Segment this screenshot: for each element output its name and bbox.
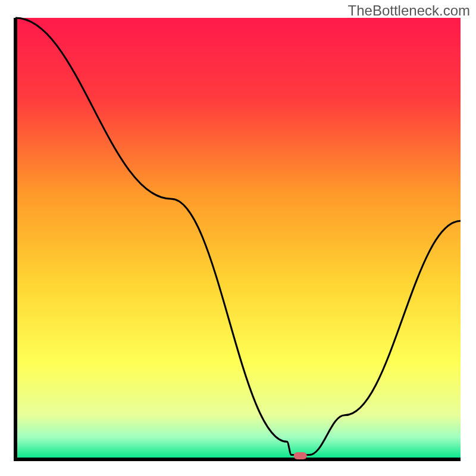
optimal-marker [294, 452, 307, 459]
plot-background [15, 18, 461, 459]
chart-container: TheBottleneck.com [0, 0, 476, 476]
bottleneck-chart [0, 0, 476, 476]
watermark-text: TheBottleneck.com [348, 2, 470, 19]
